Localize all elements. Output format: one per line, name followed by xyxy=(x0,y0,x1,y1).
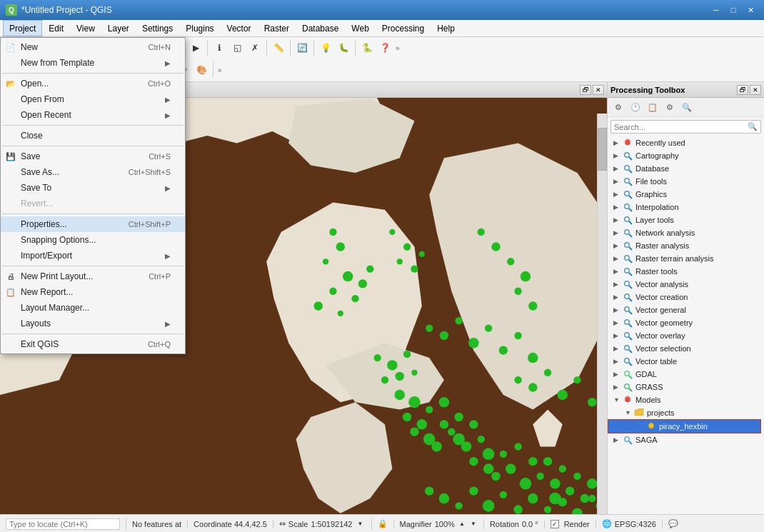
magnifier-down[interactable]: ▼ xyxy=(469,519,478,529)
menu-item-open-recent[interactable]: Open Recent ▶ xyxy=(1,107,185,123)
close-button[interactable]: ✕ xyxy=(743,3,758,17)
deselect-button[interactable]: ✗ xyxy=(246,39,263,56)
menu-item-new[interactable]: 📄 New Ctrl+N xyxy=(1,39,185,55)
menu-layer[interactable]: Layer xyxy=(101,20,136,36)
toolbox-options-btn[interactable]: ⚙ xyxy=(662,100,678,114)
toolbox-search-btn[interactable]: 🔍 xyxy=(679,100,695,114)
help-button[interactable]: ❓ xyxy=(376,39,393,56)
panel-close-btn[interactable]: ✕ xyxy=(593,85,604,95)
menu-item-save-to[interactable]: Save To ▶ xyxy=(1,180,185,196)
panel-restore-btn[interactable]: 🗗 xyxy=(580,85,591,95)
tree-item[interactable]: ▶Raster analysis xyxy=(608,239,764,252)
tips-button[interactable]: 💡 xyxy=(317,39,334,56)
menu-view[interactable]: View xyxy=(70,20,101,36)
toolbox-run-btn[interactable]: ⚙ xyxy=(610,100,626,114)
tree-item[interactable]: ▶Vector table xyxy=(608,355,764,368)
svg-line-116 xyxy=(629,260,632,263)
toolbox-tree[interactable]: ▶Recently used▶Cartography▶Database▶File… xyxy=(608,136,764,514)
scrollbar-thumb[interactable] xyxy=(598,128,607,171)
tree-item[interactable]: ▶Vector geometry xyxy=(608,316,764,329)
tree-item[interactable]: ▶Raster tools xyxy=(608,265,764,278)
select-button[interactable]: ◱ xyxy=(228,39,246,56)
tree-icon xyxy=(622,291,633,303)
tree-item[interactable]: ▶Vector analysis xyxy=(608,278,764,291)
render-checkbox[interactable] xyxy=(551,520,559,528)
render-section[interactable]: Render xyxy=(551,520,596,528)
tree-item[interactable]: ▶Layer tools xyxy=(608,214,764,226)
tree-arrow: ▶ xyxy=(613,281,622,288)
menu-item-report[interactable]: 📋 New Report... xyxy=(1,284,185,300)
title-bar-controls[interactable]: ─ □ ✕ xyxy=(708,3,758,17)
toolbar-more[interactable]: » xyxy=(394,44,401,52)
tree-item[interactable]: ▶Interpolation xyxy=(608,201,764,214)
zoom-next-button[interactable]: ▶ xyxy=(187,39,204,56)
toolbox-dock-btn[interactable]: 🗗 xyxy=(737,85,748,95)
tree-item[interactable]: piracy_hexbin xyxy=(608,419,761,433)
menu-project[interactable]: Project xyxy=(3,20,42,36)
tree-item[interactable]: ▶GRASS xyxy=(608,381,764,393)
toolbox-history-btn[interactable]: 🕐 xyxy=(628,100,643,114)
menu-item-new-template[interactable]: New from Template ▶ xyxy=(1,55,185,71)
menu-raster[interactable]: Raster xyxy=(258,20,296,36)
locate-section[interactable] xyxy=(6,518,126,530)
menu-item-open[interactable]: 📂 Open... Ctrl+O xyxy=(1,76,185,91)
menu-item-print-layout[interactable]: 🖨 New Print Layout... Ctrl+P xyxy=(1,268,185,284)
menu-item-close[interactable]: Close xyxy=(1,128,185,144)
color-btn[interactable]: 🎨 xyxy=(193,61,210,79)
magnifier-up[interactable]: ▲ xyxy=(458,519,466,529)
menu-edit[interactable]: Edit xyxy=(42,20,70,36)
toolbox-title: Processing Toolbox xyxy=(610,86,685,94)
measure-button[interactable]: 📏 xyxy=(270,39,287,56)
menu-help[interactable]: Help xyxy=(431,20,461,36)
tree-item[interactable]: ▶Recently used xyxy=(608,136,764,149)
menu-item-import-export[interactable]: Import/Export ▶ xyxy=(1,248,185,264)
tree-item[interactable]: ▶Cartography xyxy=(608,149,764,162)
toolbox-controls[interactable]: 🗗 ✕ xyxy=(737,85,761,95)
locate-input[interactable] xyxy=(6,518,120,530)
menu-plugins[interactable]: Plugins xyxy=(179,20,220,36)
tree-item[interactable]: ▶Graphics xyxy=(608,188,764,201)
menu-item-snapping[interactable]: Snapping Options... xyxy=(1,232,185,248)
toolbox-close-btn[interactable]: ✕ xyxy=(750,85,761,95)
toolbox-results-btn[interactable]: 📋 xyxy=(645,100,660,114)
tree-item[interactable]: ▼projects xyxy=(608,406,764,419)
toolbar-more-2[interactable]: » xyxy=(216,66,223,74)
tree-item[interactable]: ▶Raster terrain analysis xyxy=(608,252,764,265)
crs-section[interactable]: 🌐 EPSG:4326 xyxy=(602,519,663,528)
menu-item-properties[interactable]: Properties... Ctrl+Shift+P xyxy=(1,216,185,232)
tree-item[interactable]: ▶File tools xyxy=(608,175,764,188)
menu-item-save[interactable]: 💾 Save Ctrl+S xyxy=(1,149,185,164)
menu-item-layouts[interactable]: Layouts ▶ xyxy=(1,316,185,331)
menu-item-exit[interactable]: Exit QGIS Ctrl+Q xyxy=(1,336,185,352)
debug-button[interactable]: 🐛 xyxy=(335,39,352,56)
menu-item-save-as[interactable]: Save As... Ctrl+Shift+S xyxy=(1,164,185,180)
tree-item[interactable]: ▶SAGA xyxy=(608,433,764,446)
menu-web[interactable]: Web xyxy=(345,20,375,36)
map-scrollbar[interactable] xyxy=(597,114,607,514)
maximize-button[interactable]: □ xyxy=(725,3,741,17)
messages-section[interactable]: 💬 xyxy=(668,519,684,528)
tree-item[interactable]: ▶GDAL xyxy=(608,368,764,381)
messages-icon[interactable]: 💬 xyxy=(668,519,678,528)
menu-processing[interactable]: Processing xyxy=(376,20,431,36)
menu-settings[interactable]: Settings xyxy=(136,20,179,36)
search-input[interactable] xyxy=(614,123,748,131)
panel-controls[interactable]: 🗗 ✕ xyxy=(580,85,604,95)
menu-item-layout-manager[interactable]: Layout Manager... xyxy=(1,300,185,316)
python-button[interactable]: 🐍 xyxy=(358,39,376,56)
tree-item[interactable]: ▶Vector selection xyxy=(608,342,764,355)
refresh-button[interactable]: 🔄 xyxy=(293,39,311,56)
tree-item[interactable]: ▶Vector overlay xyxy=(608,329,764,342)
tree-item[interactable]: ▶Database xyxy=(608,162,764,175)
menu-database[interactable]: Database xyxy=(296,20,345,36)
tree-item[interactable]: ▼Models xyxy=(608,393,764,406)
menu-vector[interactable]: Vector xyxy=(221,20,258,36)
identify-button[interactable]: ℹ xyxy=(211,39,228,56)
tree-item[interactable]: ▶Network analysis xyxy=(608,226,764,239)
scale-dropdown[interactable]: ▼ xyxy=(356,518,366,530)
tree-item[interactable]: ▶Vector general xyxy=(608,303,764,316)
minimize-button[interactable]: ─ xyxy=(708,3,724,17)
tree-item[interactable]: ▶Vector creation xyxy=(608,291,764,303)
menu-item-open-from[interactable]: Open From ▶ xyxy=(1,91,185,107)
tree-icon xyxy=(622,240,633,251)
